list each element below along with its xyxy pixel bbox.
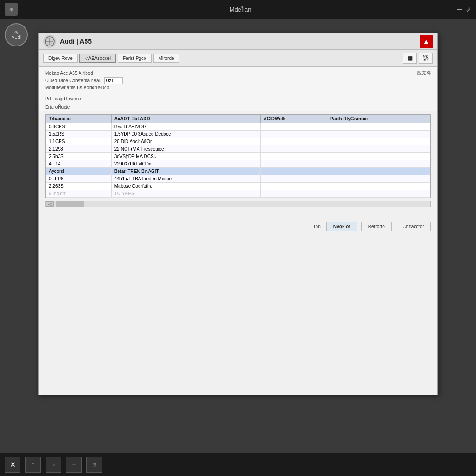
table-cell-3-0: 2.1298 [46,145,112,153]
info-row-1: Mekao Ace A55 Alribod 匹克邓 [45,70,431,76]
bottom-btn-3[interactable]: Cntracctor [396,222,431,231]
info-label-3: Modutewr ants Bs Korion⊕Dop [45,85,109,90]
table-cell-7-2 [261,175,327,183]
col-header-3: VCIDWelh [261,115,327,123]
table-cell-8-1: Mabose Codrfatira [111,183,260,190]
table-row[interactable]: 4T 14229037PALMCDm [46,160,430,168]
table-row[interactable]: 1.5£RS1.5YDP £0 3Asued Dedocc [46,131,430,138]
horizontal-scrollbar[interactable]: ◁ [45,201,431,207]
table-cell-5-3 [327,160,430,168]
dialog-titlebar: Audi | A55 ▲ [39,33,437,50]
toolbar-icon-btn-1[interactable]: ▦ [403,53,417,64]
table-header: Trbaocice AcAOT Ebt ADD VCIDWelh Parth R… [46,115,430,123]
table-cell-0-2 [261,123,327,131]
col-header-4: Parth RlyGramce [327,115,430,123]
col-header-1: Trbaocice [46,115,112,123]
fault-table-container[interactable]: Trbaocice AcAOT Ebt ADD VCIDWelh Parth R… [45,114,431,198]
info-right-text: 匹克邓 [417,70,431,76]
dialog-title: Audi | A55 [60,38,92,45]
col-header-2: AcAOT Ebt ADD [111,115,260,123]
table-cell-8-0: 2.263S [46,183,112,190]
table-cell-8-3 [327,183,430,190]
taskbar-start-btn[interactable]: ✕ [5,457,20,473]
table-cell-6-1: Betarl TREK Blr.AGIT [111,168,260,175]
table-cell-1-0: 1.5£RS [46,131,112,138]
bottom-section: Ton NVok of Retrorto Cntracctor [39,212,437,238]
fault-label: Prf Lcagd Inwerie [45,96,81,101]
taskbar: ✕ □ ○ ═ ⊡ [0,453,476,476]
dialog-window: Audi | A55 ▲ Digev Rove ◁AEAsoccel Faris… [38,33,438,395]
minimize-btn[interactable]: ─ [457,6,462,13]
table-cell-3-1: 22 NCT♦MA Filesceuice [111,145,260,153]
table-cell-2-2 [261,138,327,145]
table-row[interactable]: 0.i.LR644h1▲FTBA Eirsten Mcoce [46,175,430,183]
toolbar-btn-4[interactable]: Mirorde [153,54,179,63]
table-cell-3-3 [327,145,430,153]
table-cell-4-3 [327,153,430,160]
fault-section: Prf Lcagd Inwerie [39,94,437,103]
toolbar: Digev Rove ◁AEAsoccel Farist Pgco Mirord… [39,50,437,67]
table-cell-0-3 [327,123,430,131]
dialog-close-button[interactable]: ▲ [420,35,433,48]
table-cell-9-3 [327,190,430,198]
table-cell-5-2 [261,160,327,168]
taskbar-item-2[interactable]: ○ [46,457,61,473]
scrollbar-thumb[interactable] [56,201,84,207]
taskbar-item-4[interactable]: ⊡ [86,457,102,473]
table-cell-6-2 [261,168,327,175]
table-cell-4-2 [261,153,327,160]
table-cell-2-0: 1.1CPS [46,138,112,145]
table-cell-8-2 [261,183,327,190]
table-cell-2-3 [327,138,430,145]
table-cell-7-0: 0.i.LR6 [46,175,112,183]
info-row-2: Clued Dloe Coretenta heal. 0z1 [45,77,431,84]
table-cell-7-3 [327,175,430,183]
taskbar-item-3[interactable]: ═ [66,457,82,473]
table-row[interactable]: AycorslBetarl TREK Blr.AGIT [46,168,430,175]
table-cell-5-1: 229037PALMCDm [111,160,260,168]
extra-section: ErtaroÑucte [39,103,437,111]
table-row[interactable]: 2.129822 NCT♦MA Filesceuice [46,145,430,153]
top-bar: ⊞ Mdei̊lan ─ ⇗ [0,0,476,19]
window-controls: ─ ⇗ [457,6,471,13]
table-row[interactable]: 0.6CESBedit t AEtVOD [46,123,430,131]
table-body: 0.6CESBedit t AEtVOD1.5£RS1.5YDP £0 3Asu… [46,123,430,198]
table-cell-9-1: TO YEES [111,190,260,198]
extra-label: ErtaroÑucte [45,105,70,110]
table-cell-0-1: Bedit t AEtVOD [111,123,260,131]
desktop: ◎VUdi Audi | A55 ▲ Digev Rove ◁AE [0,19,476,453]
bottom-btn-1[interactable]: NVok of [326,222,357,231]
info-label-1: Mekao Ace A55 Alribod [45,71,101,76]
table-cell-6-0: Aycorsl [46,168,112,175]
table-row[interactable]: 1.1CPS20 DiD Aocit A8On [46,138,430,145]
table-cell-4-0: 2.5b3S [46,153,112,160]
table-cell-9-0: 9 Indicrt [46,190,112,198]
window-title: Mdei̊lan [23,6,457,13]
dialog-titlebar-left: Audi | A55 [43,35,92,48]
table-cell-1-3 [327,131,430,138]
maximize-btn[interactable]: ⇗ [466,6,471,13]
table-cell-2-1: 20 DiD Aocit A8On [111,138,260,145]
table-cell-1-2 [261,131,327,138]
table-cell-7-1: 44h1▲FTBA Eirsten Mcoce [111,175,260,183]
info-row-3: Modutewr ants Bs Korion⊕Dop [45,85,431,90]
toolbar-btn-1[interactable]: Digev Rove [43,54,78,63]
table-cell-0-0: 0.6CES [46,123,112,131]
toolbar-icon-btn-2[interactable]: 語 [419,53,433,64]
info-section: Mekao Ace A55 Alribod 匹克邓 Clued Dloe Cor… [39,67,437,94]
table-cell-3-2 [261,145,327,153]
table-cell-1-1: 1.5YDP £0 3Asued Dedocc [111,131,260,138]
table-row[interactable]: 2.263SMabose Codrfatira [46,183,430,190]
dialog-logo [43,35,56,48]
table-cell-5-0: 4T 14 [46,160,112,168]
table-row[interactable]: 9 IndicrtTO YEES [46,190,430,198]
fault-table: Trbaocice AcAOT Ebt ADD VCIDWelh Parth R… [46,114,430,198]
table-row[interactable]: 2.5b3S3dVS†DP MA DCS≈ [46,153,430,160]
toolbar-btn-3[interactable]: Farist Pgco [118,54,152,63]
table-cell-6-3 [327,168,430,175]
info-box-value: 0z1 [104,77,123,84]
bottom-btn-2[interactable]: Retrorto [361,222,392,231]
taskbar-item-1[interactable]: □ [25,457,41,473]
toolbar-btn-2[interactable]: ◁AEAsoccel [79,54,116,63]
info-label-2: Clued Dloe Coretenta heal. [45,78,101,83]
